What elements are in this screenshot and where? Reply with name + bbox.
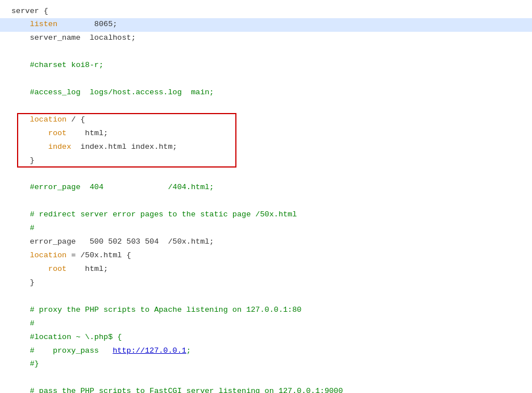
code-text: / {	[66, 115, 85, 124]
code-line: index index.html index.htm;	[0, 140, 532, 154]
code-line: #	[0, 222, 532, 236]
code-text: #error_page 404 /404.html;	[11, 183, 214, 191]
code-text: index.html index.htm;	[71, 143, 177, 151]
code-line: location / {	[0, 113, 532, 127]
code-text: location	[11, 251, 66, 260]
code-line	[0, 290, 532, 303]
code-text	[11, 143, 48, 151]
code-line	[0, 99, 532, 113]
code-line: #location ~ \.php$ {	[0, 331, 532, 344]
code-text: listen	[11, 20, 94, 28]
code-line: # pass the PHP scripts to FastCGI server…	[0, 385, 532, 393]
code-text: index	[48, 143, 72, 151]
code-line: #charset koi8-r;	[0, 59, 532, 73]
code-line	[0, 45, 532, 59]
code-line: server_name localhost;	[0, 32, 532, 45]
code-line	[0, 195, 532, 208]
code-text: # pass the PHP scripts to FastCGI server…	[11, 387, 343, 393]
code-line: # redirect server error pages to the sta…	[0, 208, 532, 222]
code-line	[0, 73, 532, 86]
code-text: html;	[66, 265, 108, 273]
code-text: #}	[11, 359, 39, 368]
location-block: location / { root html; index index.html…	[0, 113, 532, 168]
code-editor: server { listen 8065; server_name localh…	[0, 0, 532, 393]
code-text: = /50x.html {	[66, 251, 131, 260]
code-line	[0, 371, 532, 385]
code-text: server {	[11, 7, 48, 15]
code-text: #access_log logs/host.access.log main;	[11, 88, 214, 97]
code-line: server {	[0, 5, 532, 18]
code-text: # proxy the PHP scripts to Apache listen…	[11, 306, 301, 314]
code-link: http://127.0.0.1	[113, 346, 186, 355]
code-text: server_name localhost;	[11, 34, 136, 42]
code-text: #location ~ \.php$ {	[11, 333, 122, 341]
code-text: root	[48, 265, 66, 273]
code-text: # proxy_pass	[11, 346, 113, 355]
code-line: #	[0, 317, 532, 331]
code-text: root	[48, 129, 66, 137]
code-line: #error_page 404 /404.html;	[0, 181, 532, 195]
code-text: #	[11, 224, 35, 232]
code-line: #access_log logs/host.access.log main;	[0, 86, 532, 100]
code-line: location = /50x.html {	[0, 249, 532, 263]
code-text	[11, 129, 48, 137]
code-line: }	[0, 154, 532, 168]
code-line: }	[0, 276, 532, 290]
code-line: error_page 500 502 503 504 /50x.html;	[0, 236, 532, 249]
code-text	[11, 265, 48, 273]
code-line: root html;	[0, 263, 532, 277]
code-text: 8065;	[94, 20, 118, 28]
code-text: html;	[66, 129, 108, 137]
code-line: root html;	[0, 127, 532, 140]
code-line	[0, 168, 532, 181]
code-text: ;	[186, 346, 191, 355]
code-text: }	[11, 278, 35, 287]
code-text: location	[11, 115, 66, 124]
code-line: # proxy the PHP scripts to Apache listen…	[0, 303, 532, 317]
code-line-highlighted: listen 8065;	[0, 18, 532, 32]
code-text: #	[11, 319, 35, 328]
code-line: #}	[0, 358, 532, 371]
code-line: # proxy_pass http://127.0.0.1;	[0, 344, 532, 358]
code-text: }	[11, 156, 35, 165]
code-text: #charset koi8-r;	[11, 61, 103, 69]
code-text: # redirect server error pages to the sta…	[11, 210, 297, 219]
code-text: error_page 500 502 503 504 /50x.html;	[11, 237, 214, 246]
